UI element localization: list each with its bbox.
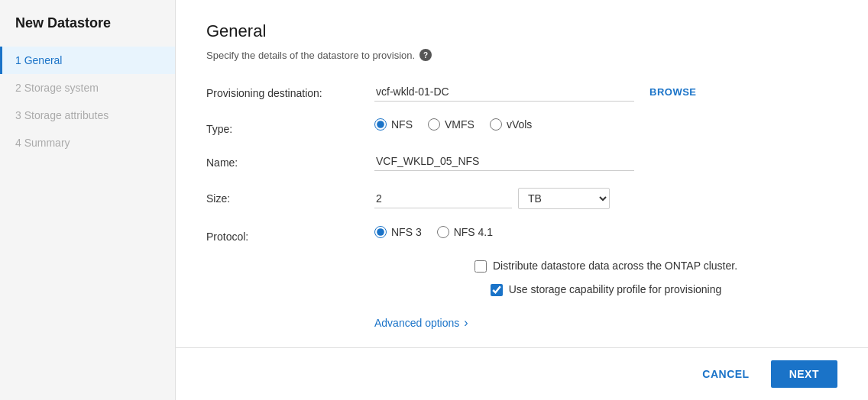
subtitle-text: Specify the details of the datastore to …: [206, 50, 415, 61]
advanced-options-spacer: [206, 313, 374, 318]
footer: CANCEL NEXT: [176, 347, 868, 400]
size-row: Size: TB GB MB: [206, 188, 837, 209]
name-controls: [374, 152, 837, 171]
protocol-nfs41-radio[interactable]: [437, 226, 449, 238]
protocol-radio-group: NFS 3 NFS 4.1: [374, 226, 493, 238]
sidebar-item-storage-attributes-label: 3 Storage attributes: [15, 109, 108, 121]
provisioning-destination-input[interactable]: [374, 82, 634, 102]
distribute-label: Distribute datastore data across the ONT…: [493, 260, 737, 272]
size-label: Size:: [206, 188, 374, 205]
checkboxes-row: Distribute datastore data across the ONT…: [206, 260, 837, 296]
type-label: Type:: [206, 118, 374, 135]
protocol-nfs3-option[interactable]: NFS 3: [374, 226, 422, 238]
sidebar-item-summary-label: 4 Summary: [15, 137, 70, 149]
page-title: General: [206, 21, 837, 41]
sidebar-item-storage-system-label: 2 Storage system: [15, 82, 99, 94]
distribute-checkbox[interactable]: [474, 260, 487, 273]
advanced-options-toggle[interactable]: Advanced options ›: [374, 316, 468, 330]
type-vvols-label: vVols: [507, 118, 532, 131]
advanced-options-controls: Advanced options ›: [374, 313, 837, 330]
type-nfs-label: NFS: [391, 118, 413, 131]
cancel-button[interactable]: CANCEL: [690, 362, 761, 386]
storage-capability-checkbox-item[interactable]: Use storage capability profile for provi…: [491, 283, 722, 296]
size-input[interactable]: [374, 189, 512, 208]
protocol-nfs41-label: NFS 4.1: [454, 226, 493, 238]
provisioning-controls: BROWSE: [374, 82, 837, 102]
type-vmfs-radio[interactable]: [428, 118, 440, 131]
type-nfs-option[interactable]: NFS: [374, 118, 413, 131]
type-row: Type: NFS VMFS vVols: [206, 118, 837, 135]
checkboxes-spacer: [206, 260, 374, 264]
checkboxes-controls: Distribute datastore data across the ONT…: [374, 260, 837, 296]
sidebar: New Datastore 1 General 2 Storage system…: [0, 0, 176, 400]
advanced-options-row: Advanced options ›: [206, 313, 837, 330]
provisioning-row: Provisioning destination: BROWSE: [206, 82, 837, 102]
chevron-right-icon: ›: [464, 316, 468, 330]
provisioning-label: Provisioning destination:: [206, 82, 374, 99]
storage-capability-checkbox[interactable]: [491, 284, 503, 296]
sidebar-item-storage-attributes: 3 Storage attributes: [0, 102, 175, 129]
help-icon[interactable]: ?: [419, 49, 432, 61]
type-vmfs-label: VMFS: [445, 118, 474, 131]
size-controls: TB GB MB: [374, 188, 837, 209]
name-row: Name:: [206, 152, 837, 171]
name-input[interactable]: [374, 152, 634, 171]
protocol-nfs41-option[interactable]: NFS 4.1: [437, 226, 493, 238]
browse-button[interactable]: BROWSE: [643, 83, 703, 101]
name-label: Name:: [206, 152, 374, 169]
storage-capability-label: Use storage capability profile for provi…: [509, 283, 722, 295]
protocol-controls: NFS 3 NFS 4.1: [374, 226, 837, 238]
type-nfs-radio[interactable]: [374, 118, 387, 131]
main-panel: General Specify the details of the datas…: [176, 0, 868, 400]
size-unit-select[interactable]: TB GB MB: [518, 188, 610, 209]
sidebar-item-general-label: 1 General: [15, 54, 62, 66]
protocol-nfs3-radio[interactable]: [374, 226, 387, 238]
distribute-checkbox-item[interactable]: Distribute datastore data across the ONT…: [474, 260, 737, 273]
type-vvols-option[interactable]: vVols: [490, 118, 532, 131]
advanced-options-label: Advanced options: [374, 317, 459, 329]
sidebar-item-summary: 4 Summary: [0, 129, 175, 156]
type-controls: NFS VMFS vVols: [374, 118, 837, 131]
sidebar-item-general[interactable]: 1 General: [0, 47, 175, 74]
sidebar-title: New Datastore: [0, 15, 175, 47]
main-content: General Specify the details of the datas…: [176, 0, 868, 347]
protocol-nfs3-label: NFS 3: [391, 226, 422, 238]
sidebar-item-storage-system: 2 Storage system: [0, 74, 175, 102]
protocol-row: Protocol: NFS 3 NFS 4.1: [206, 226, 837, 243]
subtitle: Specify the details of the datastore to …: [206, 49, 837, 61]
next-button[interactable]: NEXT: [771, 360, 837, 388]
protocol-label: Protocol:: [206, 226, 374, 243]
type-vmfs-option[interactable]: VMFS: [428, 118, 474, 131]
type-vvols-radio[interactable]: [490, 118, 502, 131]
